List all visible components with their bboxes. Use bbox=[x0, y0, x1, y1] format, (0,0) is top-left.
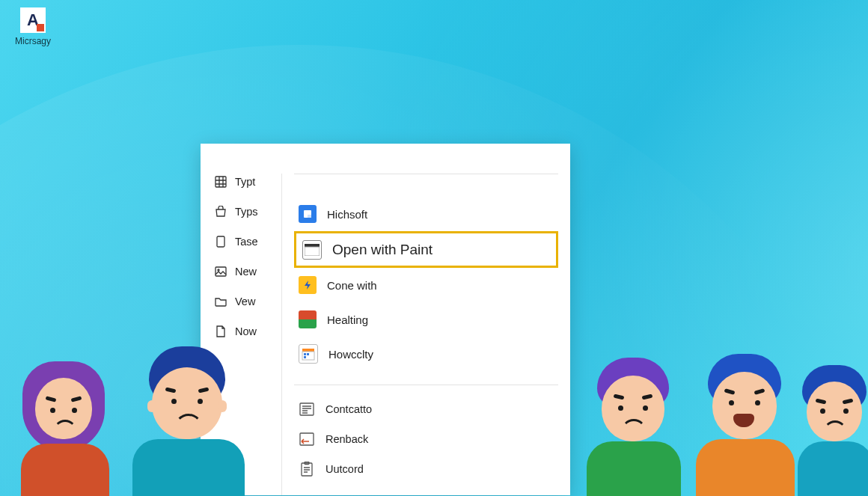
window-icon bbox=[302, 240, 322, 260]
svg-rect-7 bbox=[305, 247, 320, 256]
app-logo-icon: A bbox=[20, 7, 46, 33]
menu-item-uutcord[interactable]: Uutcord bbox=[294, 454, 558, 484]
menu-item-label: Hichsoft bbox=[327, 208, 367, 221]
menu-item-contcatto[interactable]: Contcatto bbox=[294, 394, 558, 424]
menu-item-label: Renback bbox=[326, 433, 368, 445]
menu-item-label: Uutcord bbox=[326, 463, 364, 475]
sidebar-item-typt[interactable]: Typt bbox=[214, 174, 281, 190]
folder-icon bbox=[214, 295, 227, 308]
menu-item-renback[interactable]: Renback bbox=[294, 424, 558, 454]
menu-item-label: Healting bbox=[327, 313, 368, 326]
svg-rect-5 bbox=[308, 215, 311, 218]
context-menu-sidebar: Typt Typs Tase New bbox=[201, 174, 281, 495]
sidebar-item-label: Typs bbox=[235, 206, 258, 218]
desktop-shortcut[interactable]: A Micrsagy bbox=[10, 7, 55, 46]
sidebar-item-label: Typt bbox=[235, 176, 255, 188]
calendar-icon bbox=[299, 344, 318, 364]
svg-point-3 bbox=[218, 269, 219, 271]
clipboard-icon bbox=[299, 461, 315, 477]
context-menu-main: Hichsoft Open with Paint Cone with Healt… bbox=[281, 174, 570, 495]
svg-rect-1 bbox=[217, 236, 224, 247]
sidebar-item-label: Vew bbox=[235, 296, 255, 307]
flag-icon bbox=[299, 310, 317, 328]
menu-item-healting[interactable]: Healting bbox=[294, 302, 558, 337]
sidebar-item-label: New bbox=[235, 266, 257, 278]
menu-item-open-with-paint[interactable]: Open with Paint bbox=[294, 231, 558, 268]
file-icon bbox=[299, 205, 317, 223]
sidebar-item-tase[interactable]: Tase bbox=[214, 233, 281, 250]
menu-item-label: Howcclty bbox=[328, 348, 373, 361]
svg-rect-0 bbox=[216, 177, 226, 187]
svg-rect-10 bbox=[304, 353, 306, 355]
menu-item-label: Contcatto bbox=[326, 403, 372, 415]
menu-item-label: Open with Paint bbox=[332, 242, 433, 258]
menu-item-hichsoft[interactable]: Hichsoft bbox=[294, 197, 558, 231]
menu-item-howcclty[interactable]: Howcclty bbox=[294, 337, 558, 371]
menu-item-cone-with[interactable]: Cone with bbox=[294, 268, 558, 302]
sidebar-item-now[interactable]: Now bbox=[214, 323, 281, 340]
svg-rect-8 bbox=[302, 349, 314, 352]
svg-rect-2 bbox=[216, 267, 226, 276]
sidebar-item-vew[interactable]: Vew bbox=[214, 293, 281, 310]
sidebar-item-label: Now bbox=[235, 325, 257, 337]
context-menu-panel: Typt Typs Tase New bbox=[201, 144, 570, 495]
tablet-icon bbox=[214, 235, 227, 248]
picture-icon bbox=[214, 265, 227, 278]
image-back-icon bbox=[299, 431, 315, 447]
svg-rect-6 bbox=[305, 244, 320, 247]
desktop-shortcut-label: Micrsagy bbox=[10, 36, 55, 46]
context-menu-extras: Contcatto Renback Uutcord bbox=[294, 394, 558, 484]
bag-icon bbox=[214, 205, 227, 218]
sidebar-item-typs[interactable]: Typs bbox=[214, 203, 281, 220]
svg-rect-14 bbox=[300, 433, 314, 445]
sidebar-item-new[interactable]: New bbox=[214, 263, 281, 280]
sidebar-item-label: Tase bbox=[235, 236, 258, 248]
svg-rect-9 bbox=[302, 352, 314, 360]
bolt-icon bbox=[299, 276, 317, 294]
news-icon bbox=[299, 401, 315, 417]
page-icon bbox=[214, 325, 227, 338]
svg-rect-12 bbox=[304, 356, 306, 358]
svg-rect-11 bbox=[307, 353, 309, 355]
menu-item-label: Cone with bbox=[327, 279, 377, 292]
grid-icon bbox=[214, 175, 227, 189]
